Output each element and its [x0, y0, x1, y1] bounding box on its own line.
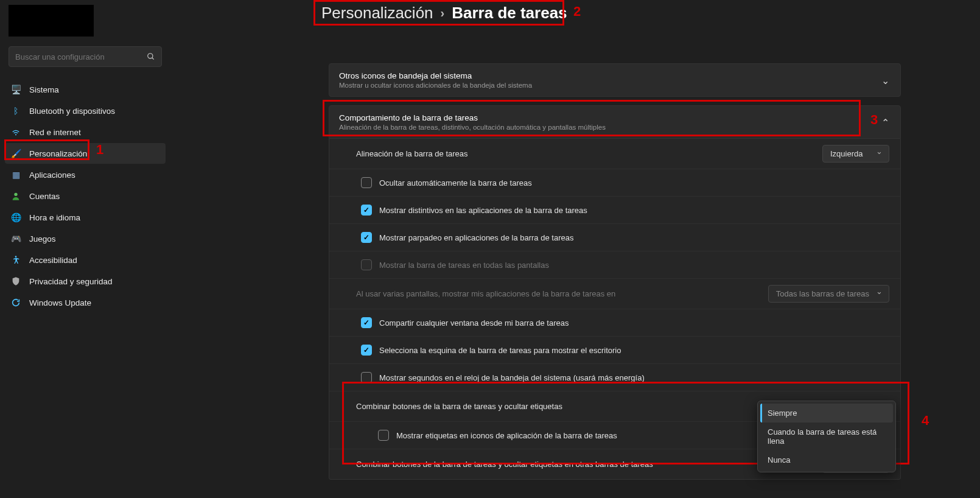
sidebar-item-label: Juegos	[29, 234, 56, 244]
row-alignment: Alineación de la barra de tareas Izquier…	[329, 139, 900, 169]
sidebar-item-hora[interactable]: 🌐 Hora e idioma	[5, 207, 166, 228]
checkbox[interactable]	[361, 205, 372, 216]
row-label: Mostrar la barra de tareas en todas las …	[379, 261, 549, 270]
sidebar-item-accesibilidad[interactable]: Accesibilidad	[5, 250, 166, 270]
checkbox[interactable]	[378, 430, 389, 441]
breadcrumb-current: Barra de tareas	[452, 4, 567, 23]
main-panel: Personalización › Barra de tareas Otros …	[170, 0, 980, 498]
accessibility-icon	[11, 255, 21, 265]
sidebar: 🖥️ Sistema ᛒ Bluetooth y dispositivos Re…	[0, 0, 170, 498]
search-input[interactable]	[15, 52, 147, 61]
search-icon	[147, 52, 155, 61]
row-flash[interactable]: Mostrar parpadeo en aplicaciones de la b…	[329, 224, 900, 251]
sidebar-item-aplicaciones[interactable]: ▦ Aplicaciones	[5, 164, 166, 185]
dropdown-option-nunca[interactable]: Nunca	[760, 451, 893, 469]
shield-icon	[11, 276, 21, 286]
svg-point-0	[148, 54, 153, 58]
sidebar-item-label: Red e internet	[29, 128, 81, 137]
breadcrumb: Personalización › Barra de tareas	[317, 0, 572, 26]
apps-icon: ▦	[11, 170, 21, 180]
sidebar-item-label: Aplicaciones	[29, 170, 75, 180]
gamepad-icon: 🎮	[11, 234, 21, 244]
user-icon	[11, 191, 21, 201]
checkbox[interactable]	[361, 317, 372, 328]
clock-globe-icon: 🌐	[11, 212, 21, 222]
chevron-down-icon: ⌄	[881, 74, 889, 86]
row-all-screens: Mostrar la barra de tareas en todas las …	[329, 251, 900, 279]
dropdown-combine-popup[interactable]: Siempre Cuando la barra de tareas está l…	[757, 401, 896, 472]
breadcrumb-parent[interactable]: Personalización	[321, 4, 433, 23]
row-label: Selecciona la esquina de la barra de tar…	[379, 346, 621, 355]
checkbox[interactable]	[361, 372, 372, 383]
checkbox[interactable]	[361, 177, 372, 188]
checkbox	[361, 259, 372, 270]
section-subtitle: Alineación de la barra de tareas, distin…	[339, 124, 870, 131]
row-label: Mostrar etiquetas en iconos de aplicació…	[396, 431, 617, 440]
bluetooth-icon: ᛒ	[11, 106, 21, 116]
update-icon	[11, 298, 21, 307]
sidebar-item-label: Personalización	[29, 149, 87, 158]
sidebar-item-bluetooth[interactable]: ᛒ Bluetooth y dispositivos	[5, 100, 166, 121]
sidebar-item-juegos[interactable]: 🎮 Juegos	[5, 228, 166, 249]
search-box[interactable]	[9, 46, 162, 67]
row-label: Al usar varias pantallas, mostrar mis ap…	[356, 289, 615, 298]
checkbox[interactable]	[361, 345, 372, 356]
section-title: Comportamiento de la barra de tareas	[339, 113, 870, 122]
brush-icon: 🖌️	[11, 149, 21, 158]
row-badges[interactable]: Mostrar distintivos en las aplicaciones …	[329, 197, 900, 224]
sidebar-item-label: Accesibilidad	[29, 256, 77, 265]
row-corner[interactable]: Selecciona la esquina de la barra de tar…	[329, 337, 900, 364]
sidebar-item-privacidad[interactable]: Privacidad y seguridad	[5, 271, 166, 292]
row-share[interactable]: Compartir cualquier ventana desde mi bar…	[329, 309, 900, 337]
chevron-right-icon: ›	[441, 6, 445, 20]
wifi-icon	[11, 127, 21, 137]
row-label: Compartir cualquier ventana desde mi bar…	[379, 318, 569, 328]
section-subtitle: Mostrar u ocultar iconos adicionales de …	[339, 82, 870, 89]
sidebar-item-windows-update[interactable]: Windows Update	[5, 292, 166, 313]
sidebar-item-label: Sistema	[29, 85, 59, 94]
section-tray-icons[interactable]: Otros iconos de bandeja del sistema Most…	[329, 63, 901, 97]
monitor-icon: 🖥️	[11, 85, 21, 94]
row-autohide[interactable]: Ocultar automáticamente la barra de tare…	[329, 169, 900, 197]
sidebar-item-label: Cuentas	[29, 192, 60, 201]
dropdown-option-siempre[interactable]: Siempre	[760, 404, 893, 423]
row-label: Ocultar automáticamente la barra de tare…	[379, 178, 532, 188]
row-label: Alineación de la barra de tareas	[356, 149, 468, 158]
checkbox[interactable]	[361, 232, 372, 243]
select-multiscreen: Todas las barras de tareas	[768, 285, 889, 303]
sidebar-item-label: Privacidad y seguridad	[29, 277, 113, 286]
row-label: Mostrar distintivos en las aplicaciones …	[379, 206, 587, 215]
row-label: Mostrar segundos en el reloj de la bande…	[379, 373, 645, 382]
sidebar-item-sistema[interactable]: 🖥️ Sistema	[5, 79, 166, 100]
svg-line-1	[152, 58, 154, 60]
row-multiscreen: Al usar varias pantallas, mostrar mis ap…	[329, 279, 900, 309]
row-label: Mostrar parpadeo en aplicaciones de la b…	[379, 233, 573, 242]
row-label: Combinar botones de la barra de tareas y…	[356, 402, 562, 411]
sidebar-item-red[interactable]: Red e internet	[5, 122, 166, 142]
sidebar-item-label: Bluetooth y dispositivos	[29, 107, 115, 116]
section-taskbar-behavior[interactable]: Comportamiento de la barra de tareas Ali…	[329, 105, 901, 139]
select-alignment[interactable]: Izquierda	[822, 145, 889, 163]
chevron-up-icon: ⌃	[881, 116, 889, 128]
sidebar-item-label: Hora e idioma	[29, 213, 80, 222]
section-title: Otros iconos de bandeja del sistema	[339, 71, 870, 80]
sidebar-item-cuentas[interactable]: Cuentas	[5, 186, 166, 206]
svg-point-2	[14, 193, 17, 196]
svg-point-3	[15, 256, 17, 258]
sidebar-item-personalizacion[interactable]: 🖌️ Personalización	[5, 143, 166, 164]
content-area: Otros iconos de bandeja del sistema Most…	[329, 37, 901, 498]
row-label: Combinar botones de la barra de tareas y…	[356, 460, 653, 469]
dropdown-option-cuando[interactable]: Cuando la barra de tareas está llena	[760, 423, 893, 451]
sidebar-item-label: Windows Update	[29, 298, 91, 307]
user-profile-box[interactable]	[9, 5, 94, 37]
row-seconds[interactable]: Mostrar segundos en el reloj de la bande…	[329, 364, 900, 391]
